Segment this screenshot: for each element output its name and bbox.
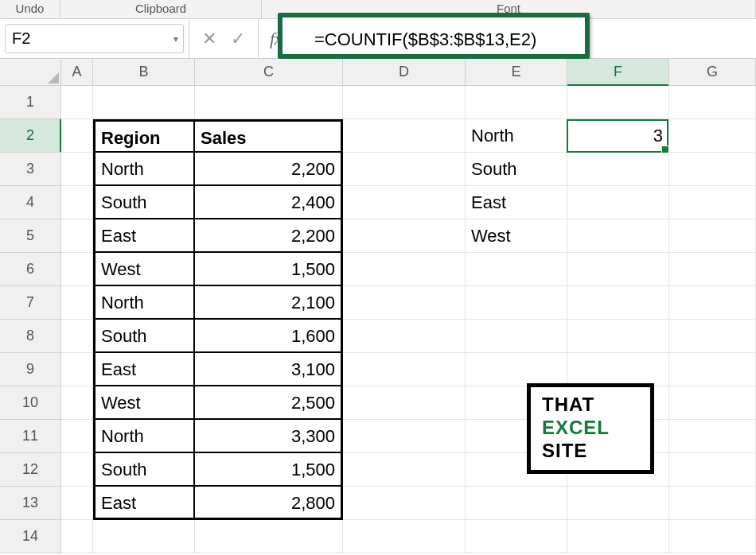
cell-d6[interactable] bbox=[343, 253, 466, 286]
cell-b1[interactable] bbox=[93, 86, 195, 119]
cell-g1[interactable] bbox=[669, 86, 756, 119]
cell-a11[interactable] bbox=[61, 420, 93, 453]
col-header-b[interactable]: B bbox=[93, 59, 195, 85]
cell-f3[interactable] bbox=[567, 153, 669, 186]
cell-c10[interactable]: 2,500 bbox=[195, 386, 343, 420]
cell-g2[interactable] bbox=[669, 119, 756, 153]
row-header-12[interactable]: 12 bbox=[0, 453, 61, 487]
cell-d9[interactable] bbox=[343, 353, 466, 386]
col-header-f[interactable]: F bbox=[567, 59, 669, 85]
cell-c7[interactable]: 2,100 bbox=[195, 286, 343, 320]
cell-d10[interactable] bbox=[343, 386, 466, 420]
cell-e6[interactable] bbox=[466, 253, 567, 286]
cell-f1[interactable] bbox=[567, 86, 669, 119]
row-header-7[interactable]: 7 bbox=[0, 286, 61, 320]
cell-d7[interactable] bbox=[343, 286, 466, 320]
cell-d13[interactable] bbox=[343, 487, 466, 520]
cell-c9[interactable]: 3,100 bbox=[195, 353, 343, 386]
cell-e9[interactable] bbox=[466, 353, 567, 386]
cell-g6[interactable] bbox=[669, 253, 756, 286]
cancel-icon[interactable]: ✕ bbox=[202, 29, 216, 49]
cell-d5[interactable] bbox=[343, 219, 466, 253]
row-header-13[interactable]: 13 bbox=[0, 487, 61, 520]
row-header-2[interactable]: 2 bbox=[0, 119, 61, 153]
cell-g3[interactable] bbox=[669, 153, 756, 186]
cell-b4[interactable]: South bbox=[93, 186, 195, 219]
cell-c6[interactable]: 1,500 bbox=[195, 253, 343, 286]
cell-a5[interactable] bbox=[61, 219, 93, 253]
fx-icon[interactable]: fx bbox=[259, 19, 290, 58]
cell-b6[interactable]: West bbox=[93, 253, 195, 286]
cell-f6[interactable] bbox=[567, 253, 669, 286]
cell-a7[interactable] bbox=[61, 286, 93, 320]
cell-a13[interactable] bbox=[61, 487, 93, 520]
cell-c12[interactable]: 1,500 bbox=[195, 453, 343, 487]
col-header-e[interactable]: E bbox=[466, 59, 567, 85]
cell-e14[interactable] bbox=[466, 520, 567, 553]
cell-f5[interactable] bbox=[567, 219, 669, 253]
row-header-10[interactable]: 10 bbox=[0, 386, 61, 420]
enter-icon[interactable]: ✓ bbox=[231, 29, 245, 49]
cell-c8[interactable]: 1,600 bbox=[195, 320, 343, 353]
cell-b13[interactable]: East bbox=[93, 487, 195, 520]
cell-d2[interactable] bbox=[343, 119, 466, 153]
cell-f8[interactable] bbox=[567, 320, 669, 353]
cell-g10[interactable] bbox=[669, 386, 756, 420]
cell-f7[interactable] bbox=[567, 286, 669, 320]
cell-a14[interactable] bbox=[61, 520, 93, 553]
cell-g11[interactable] bbox=[669, 420, 756, 453]
cell-f14[interactable] bbox=[567, 520, 669, 553]
cell-b8[interactable]: South bbox=[93, 320, 195, 353]
cell-d4[interactable] bbox=[343, 186, 466, 219]
col-header-c[interactable]: C bbox=[195, 59, 343, 85]
cell-f2[interactable]: 3 bbox=[567, 119, 669, 153]
cell-d1[interactable] bbox=[343, 86, 466, 119]
cell-f4[interactable] bbox=[567, 186, 669, 219]
cell-f13[interactable] bbox=[567, 487, 669, 520]
cell-b12[interactable]: South bbox=[93, 453, 195, 487]
cell-b2[interactable]: Region bbox=[93, 119, 195, 153]
cell-g7[interactable] bbox=[669, 286, 756, 320]
cell-a2[interactable] bbox=[61, 119, 93, 153]
cell-e4[interactable]: East bbox=[466, 186, 567, 219]
cell-d8[interactable] bbox=[343, 320, 466, 353]
row-header-1[interactable]: 1 bbox=[0, 86, 61, 119]
cell-e1[interactable] bbox=[466, 86, 567, 119]
row-header-11[interactable]: 11 bbox=[0, 420, 61, 453]
select-all-corner[interactable] bbox=[0, 59, 61, 85]
cell-f9[interactable] bbox=[567, 353, 669, 386]
cell-c2[interactable]: Sales bbox=[195, 119, 343, 153]
cell-d14[interactable] bbox=[343, 520, 466, 553]
cell-c1[interactable] bbox=[195, 86, 343, 119]
cell-g13[interactable] bbox=[669, 487, 756, 520]
row-header-6[interactable]: 6 bbox=[0, 253, 61, 286]
col-header-a[interactable]: A bbox=[61, 59, 93, 85]
row-header-14[interactable]: 14 bbox=[0, 520, 61, 553]
name-box[interactable]: F2 ▾ bbox=[5, 24, 184, 53]
row-header-8[interactable]: 8 bbox=[0, 320, 61, 353]
cell-e2[interactable]: North bbox=[466, 119, 567, 153]
cell-a6[interactable] bbox=[61, 253, 93, 286]
cell-b7[interactable]: North bbox=[93, 286, 195, 320]
cell-b3[interactable]: North bbox=[93, 153, 195, 186]
cell-a12[interactable] bbox=[61, 453, 93, 487]
cell-c5[interactable]: 2,200 bbox=[195, 219, 343, 253]
cell-a10[interactable] bbox=[61, 386, 93, 420]
cell-c3[interactable]: 2,200 bbox=[195, 153, 343, 186]
cell-a3[interactable] bbox=[61, 153, 93, 186]
cell-g9[interactable] bbox=[669, 353, 756, 386]
cell-a8[interactable] bbox=[61, 320, 93, 353]
cell-g14[interactable] bbox=[669, 520, 756, 553]
cell-a9[interactable] bbox=[61, 353, 93, 386]
cell-c11[interactable]: 3,300 bbox=[195, 420, 343, 453]
cell-g4[interactable] bbox=[669, 186, 756, 219]
cell-d11[interactable] bbox=[343, 420, 466, 453]
cell-b10[interactable]: West bbox=[93, 386, 195, 420]
cell-g12[interactable] bbox=[669, 453, 756, 487]
cell-b9[interactable]: East bbox=[93, 353, 195, 386]
chevron-down-icon[interactable]: ▾ bbox=[173, 33, 178, 45]
cell-c14[interactable] bbox=[195, 520, 343, 553]
cell-e3[interactable]: South bbox=[466, 153, 567, 186]
cell-g8[interactable] bbox=[669, 320, 756, 353]
row-header-3[interactable]: 3 bbox=[0, 153, 61, 186]
